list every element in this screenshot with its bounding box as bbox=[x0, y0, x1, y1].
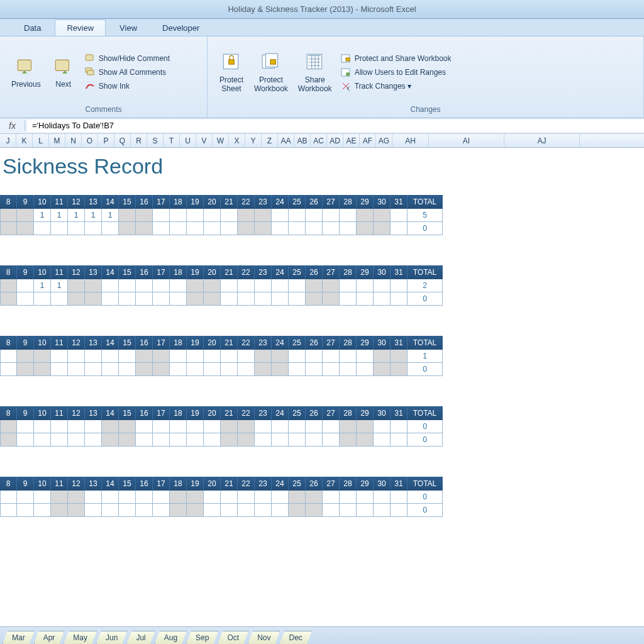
data-cell[interactable] bbox=[170, 279, 187, 292]
sheet-tab-aug[interactable]: Aug bbox=[155, 631, 187, 644]
data-cell[interactable] bbox=[374, 433, 391, 447]
protect-share-workbook-button[interactable]: Protect and Share Workbook bbox=[341, 53, 452, 64]
data-cell[interactable] bbox=[102, 504, 119, 517]
data-cell[interactable] bbox=[0, 363, 17, 376]
column-header[interactable]: AH bbox=[392, 134, 429, 147]
column-header[interactable]: AC bbox=[311, 134, 327, 147]
day-header-cell[interactable]: 14 bbox=[102, 265, 119, 279]
day-header-cell[interactable]: 31 bbox=[391, 195, 408, 209]
day-header-cell[interactable]: 18 bbox=[170, 336, 187, 350]
data-cell[interactable] bbox=[357, 350, 374, 363]
data-cell[interactable] bbox=[187, 209, 204, 222]
data-cell[interactable] bbox=[153, 279, 170, 292]
data-cell[interactable] bbox=[289, 504, 306, 517]
data-cell[interactable] bbox=[340, 209, 357, 222]
data-cell[interactable] bbox=[357, 491, 374, 504]
data-cell[interactable] bbox=[0, 420, 17, 433]
data-cell[interactable] bbox=[85, 222, 102, 235]
data-cell[interactable] bbox=[238, 363, 255, 376]
data-cell[interactable] bbox=[170, 420, 187, 433]
day-header-cell[interactable]: 24 bbox=[272, 336, 289, 350]
data-cell[interactable] bbox=[68, 222, 85, 235]
data-cell[interactable] bbox=[34, 420, 51, 433]
day-header-cell[interactable]: 27 bbox=[323, 265, 340, 279]
data-cell[interactable] bbox=[119, 209, 136, 222]
data-cell[interactable] bbox=[51, 433, 68, 447]
day-header-cell[interactable]: 9 bbox=[17, 195, 34, 209]
column-header[interactable]: AA bbox=[278, 134, 294, 147]
data-cell[interactable] bbox=[340, 292, 357, 306]
day-header-cell[interactable]: 23 bbox=[255, 477, 272, 491]
data-cell[interactable] bbox=[68, 292, 85, 306]
data-cell[interactable] bbox=[85, 292, 102, 306]
day-header-cell[interactable]: 17 bbox=[153, 336, 170, 350]
day-header-cell[interactable]: 26 bbox=[306, 336, 323, 350]
data-cell[interactable] bbox=[238, 279, 255, 292]
day-header-cell[interactable]: 19 bbox=[187, 406, 204, 420]
data-cell[interactable] bbox=[17, 222, 34, 235]
data-cell[interactable]: 1 bbox=[34, 279, 51, 292]
data-cell[interactable] bbox=[136, 350, 153, 363]
day-header-cell[interactable]: 25 bbox=[289, 477, 306, 491]
data-cell[interactable] bbox=[136, 504, 153, 517]
day-header-cell[interactable]: 21 bbox=[221, 265, 238, 279]
day-header-cell[interactable]: 11 bbox=[51, 265, 68, 279]
data-cell[interactable] bbox=[238, 491, 255, 504]
data-cell[interactable] bbox=[51, 292, 68, 306]
day-header-cell[interactable]: 20 bbox=[204, 406, 221, 420]
day-header-cell[interactable]: 26 bbox=[306, 406, 323, 420]
column-header[interactable]: AG bbox=[376, 134, 392, 147]
column-header[interactable]: R bbox=[131, 134, 147, 147]
data-cell[interactable] bbox=[119, 279, 136, 292]
data-cell[interactable] bbox=[340, 491, 357, 504]
day-header-cell[interactable]: 22 bbox=[238, 477, 255, 491]
data-cell[interactable] bbox=[289, 222, 306, 235]
data-cell[interactable] bbox=[255, 222, 272, 235]
data-cell[interactable] bbox=[153, 491, 170, 504]
day-header-cell[interactable]: 20 bbox=[204, 477, 221, 491]
column-header[interactable]: O bbox=[82, 134, 98, 147]
data-cell[interactable] bbox=[357, 363, 374, 376]
data-cell[interactable] bbox=[119, 350, 136, 363]
day-header-cell[interactable]: 17 bbox=[153, 195, 170, 209]
day-header-cell[interactable]: 29 bbox=[357, 477, 374, 491]
data-cell[interactable] bbox=[0, 222, 17, 235]
column-header[interactable]: W bbox=[213, 134, 229, 147]
day-header-cell[interactable]: 13 bbox=[85, 406, 102, 420]
data-cell[interactable] bbox=[221, 363, 238, 376]
data-cell[interactable] bbox=[119, 433, 136, 447]
data-cell[interactable] bbox=[323, 209, 340, 222]
data-cell[interactable] bbox=[357, 433, 374, 447]
data-cell[interactable] bbox=[221, 504, 238, 517]
data-cell[interactable] bbox=[119, 420, 136, 433]
column-header[interactable]: P bbox=[98, 134, 114, 147]
day-header-cell[interactable]: 17 bbox=[153, 477, 170, 491]
data-cell[interactable] bbox=[51, 222, 68, 235]
track-changes-dropdown[interactable]: Track Changes ▾ bbox=[341, 81, 452, 91]
day-header-cell[interactable]: 14 bbox=[102, 406, 119, 420]
data-cell[interactable] bbox=[323, 491, 340, 504]
sheet-tab-sep[interactable]: Sep bbox=[186, 631, 218, 644]
data-cell[interactable] bbox=[68, 491, 85, 504]
data-cell[interactable] bbox=[374, 279, 391, 292]
day-header-cell[interactable]: 9 bbox=[17, 406, 34, 420]
data-cell[interactable] bbox=[221, 279, 238, 292]
day-header-cell[interactable]: 12 bbox=[68, 336, 85, 350]
data-cell[interactable] bbox=[221, 491, 238, 504]
day-header-cell[interactable]: 11 bbox=[51, 195, 68, 209]
data-cell[interactable] bbox=[357, 279, 374, 292]
data-cell[interactable] bbox=[221, 209, 238, 222]
show-all-comments-button[interactable]: Show All Comments bbox=[85, 67, 170, 77]
data-cell[interactable] bbox=[391, 209, 408, 222]
day-header-cell[interactable]: 11 bbox=[51, 477, 68, 491]
day-header-cell[interactable]: 26 bbox=[306, 477, 323, 491]
day-header-cell[interactable]: 25 bbox=[289, 406, 306, 420]
data-cell[interactable] bbox=[204, 222, 221, 235]
column-header[interactable]: N bbox=[65, 134, 82, 147]
data-cell[interactable] bbox=[17, 292, 34, 306]
data-cell[interactable] bbox=[204, 491, 221, 504]
data-cell[interactable] bbox=[323, 279, 340, 292]
day-header-cell[interactable]: 23 bbox=[255, 265, 272, 279]
data-cell[interactable] bbox=[374, 363, 391, 376]
data-cell[interactable] bbox=[340, 433, 357, 447]
